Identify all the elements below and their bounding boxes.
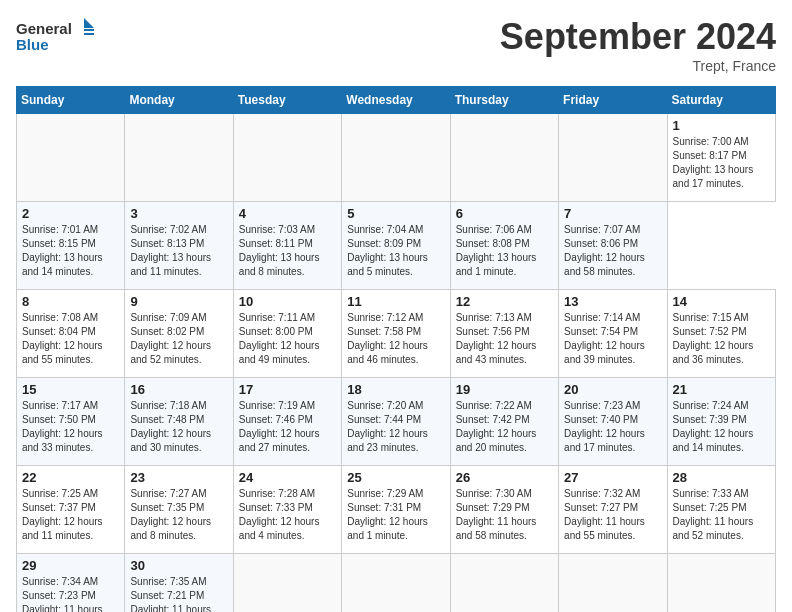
calendar-cell: 17Sunrise: 7:19 AM Sunset: 7:46 PM Dayli… bbox=[233, 378, 341, 466]
day-info: Sunrise: 7:17 AM Sunset: 7:50 PM Dayligh… bbox=[22, 399, 119, 455]
calendar-cell: 21Sunrise: 7:24 AM Sunset: 7:39 PM Dayli… bbox=[667, 378, 775, 466]
calendar-header-friday: Friday bbox=[559, 87, 667, 114]
day-number: 14 bbox=[673, 294, 770, 309]
calendar-header-monday: Monday bbox=[125, 87, 233, 114]
calendar-table: SundayMondayTuesdayWednesdayThursdayFrid… bbox=[16, 86, 776, 612]
day-number: 23 bbox=[130, 470, 227, 485]
svg-text:General: General bbox=[16, 20, 72, 37]
day-number: 10 bbox=[239, 294, 336, 309]
day-number: 20 bbox=[564, 382, 661, 397]
calendar-cell: 2Sunrise: 7:01 AM Sunset: 8:15 PM Daylig… bbox=[17, 202, 125, 290]
calendar-cell bbox=[17, 114, 125, 202]
svg-text:Blue: Blue bbox=[16, 36, 49, 53]
day-info: Sunrise: 7:18 AM Sunset: 7:48 PM Dayligh… bbox=[130, 399, 227, 455]
day-number: 8 bbox=[22, 294, 119, 309]
calendar-cell bbox=[125, 114, 233, 202]
calendar-cell bbox=[342, 114, 450, 202]
day-info: Sunrise: 7:30 AM Sunset: 7:29 PM Dayligh… bbox=[456, 487, 553, 543]
calendar-header-tuesday: Tuesday bbox=[233, 87, 341, 114]
day-number: 2 bbox=[22, 206, 119, 221]
day-number: 19 bbox=[456, 382, 553, 397]
calendar-cell: 30Sunrise: 7:35 AM Sunset: 7:21 PM Dayli… bbox=[125, 554, 233, 613]
day-info: Sunrise: 7:24 AM Sunset: 7:39 PM Dayligh… bbox=[673, 399, 770, 455]
title-area: September 2024 Trept, France bbox=[500, 16, 776, 74]
calendar-week-row: 15Sunrise: 7:17 AM Sunset: 7:50 PM Dayli… bbox=[17, 378, 776, 466]
day-number: 11 bbox=[347, 294, 444, 309]
day-number: 3 bbox=[130, 206, 227, 221]
calendar-header-sunday: Sunday bbox=[17, 87, 125, 114]
day-info: Sunrise: 7:23 AM Sunset: 7:40 PM Dayligh… bbox=[564, 399, 661, 455]
day-info: Sunrise: 7:20 AM Sunset: 7:44 PM Dayligh… bbox=[347, 399, 444, 455]
day-number: 29 bbox=[22, 558, 119, 573]
day-info: Sunrise: 7:29 AM Sunset: 7:31 PM Dayligh… bbox=[347, 487, 444, 543]
day-info: Sunrise: 7:27 AM Sunset: 7:35 PM Dayligh… bbox=[130, 487, 227, 543]
calendar-cell: 26Sunrise: 7:30 AM Sunset: 7:29 PM Dayli… bbox=[450, 466, 558, 554]
calendar-cell: 11Sunrise: 7:12 AM Sunset: 7:58 PM Dayli… bbox=[342, 290, 450, 378]
day-number: 15 bbox=[22, 382, 119, 397]
calendar-header-saturday: Saturday bbox=[667, 87, 775, 114]
day-number: 22 bbox=[22, 470, 119, 485]
day-info: Sunrise: 7:00 AM Sunset: 8:17 PM Dayligh… bbox=[673, 135, 770, 191]
calendar-cell: 1Sunrise: 7:00 AM Sunset: 8:17 PM Daylig… bbox=[667, 114, 775, 202]
calendar-cell bbox=[559, 554, 667, 613]
calendar-cell bbox=[667, 554, 775, 613]
day-number: 12 bbox=[456, 294, 553, 309]
day-info: Sunrise: 7:19 AM Sunset: 7:46 PM Dayligh… bbox=[239, 399, 336, 455]
calendar-cell: 23Sunrise: 7:27 AM Sunset: 7:35 PM Dayli… bbox=[125, 466, 233, 554]
calendar-cell: 29Sunrise: 7:34 AM Sunset: 7:23 PM Dayli… bbox=[17, 554, 125, 613]
calendar-cell: 10Sunrise: 7:11 AM Sunset: 8:00 PM Dayli… bbox=[233, 290, 341, 378]
calendar-cell bbox=[342, 554, 450, 613]
calendar-week-row: 22Sunrise: 7:25 AM Sunset: 7:37 PM Dayli… bbox=[17, 466, 776, 554]
calendar-cell: 15Sunrise: 7:17 AM Sunset: 7:50 PM Dayli… bbox=[17, 378, 125, 466]
day-info: Sunrise: 7:28 AM Sunset: 7:33 PM Dayligh… bbox=[239, 487, 336, 543]
calendar-cell: 16Sunrise: 7:18 AM Sunset: 7:48 PM Dayli… bbox=[125, 378, 233, 466]
calendar-cell bbox=[450, 114, 558, 202]
calendar-cell: 22Sunrise: 7:25 AM Sunset: 7:37 PM Dayli… bbox=[17, 466, 125, 554]
day-info: Sunrise: 7:35 AM Sunset: 7:21 PM Dayligh… bbox=[130, 575, 227, 612]
day-info: Sunrise: 7:15 AM Sunset: 7:52 PM Dayligh… bbox=[673, 311, 770, 367]
day-info: Sunrise: 7:08 AM Sunset: 8:04 PM Dayligh… bbox=[22, 311, 119, 367]
day-info: Sunrise: 7:11 AM Sunset: 8:00 PM Dayligh… bbox=[239, 311, 336, 367]
calendar-cell: 6Sunrise: 7:06 AM Sunset: 8:08 PM Daylig… bbox=[450, 202, 558, 290]
day-info: Sunrise: 7:13 AM Sunset: 7:56 PM Dayligh… bbox=[456, 311, 553, 367]
calendar-cell: 12Sunrise: 7:13 AM Sunset: 7:56 PM Dayli… bbox=[450, 290, 558, 378]
calendar-header-thursday: Thursday bbox=[450, 87, 558, 114]
day-info: Sunrise: 7:12 AM Sunset: 7:58 PM Dayligh… bbox=[347, 311, 444, 367]
calendar-cell: 13Sunrise: 7:14 AM Sunset: 7:54 PM Dayli… bbox=[559, 290, 667, 378]
day-info: Sunrise: 7:02 AM Sunset: 8:13 PM Dayligh… bbox=[130, 223, 227, 279]
day-info: Sunrise: 7:03 AM Sunset: 8:11 PM Dayligh… bbox=[239, 223, 336, 279]
day-info: Sunrise: 7:22 AM Sunset: 7:42 PM Dayligh… bbox=[456, 399, 553, 455]
calendar-cell bbox=[450, 554, 558, 613]
day-info: Sunrise: 7:25 AM Sunset: 7:37 PM Dayligh… bbox=[22, 487, 119, 543]
day-info: Sunrise: 7:07 AM Sunset: 8:06 PM Dayligh… bbox=[564, 223, 661, 279]
calendar-week-row: 1Sunrise: 7:00 AM Sunset: 8:17 PM Daylig… bbox=[17, 114, 776, 202]
day-info: Sunrise: 7:32 AM Sunset: 7:27 PM Dayligh… bbox=[564, 487, 661, 543]
day-info: Sunrise: 7:01 AM Sunset: 8:15 PM Dayligh… bbox=[22, 223, 119, 279]
day-info: Sunrise: 7:14 AM Sunset: 7:54 PM Dayligh… bbox=[564, 311, 661, 367]
page-header: General Blue September 2024 Trept, Franc… bbox=[16, 16, 776, 74]
day-number: 17 bbox=[239, 382, 336, 397]
day-number: 28 bbox=[673, 470, 770, 485]
calendar-cell: 9Sunrise: 7:09 AM Sunset: 8:02 PM Daylig… bbox=[125, 290, 233, 378]
calendar-cell: 20Sunrise: 7:23 AM Sunset: 7:40 PM Dayli… bbox=[559, 378, 667, 466]
calendar-cell: 27Sunrise: 7:32 AM Sunset: 7:27 PM Dayli… bbox=[559, 466, 667, 554]
calendar-cell: 19Sunrise: 7:22 AM Sunset: 7:42 PM Dayli… bbox=[450, 378, 558, 466]
calendar-cell: 24Sunrise: 7:28 AM Sunset: 7:33 PM Dayli… bbox=[233, 466, 341, 554]
calendar-cell bbox=[233, 554, 341, 613]
day-info: Sunrise: 7:09 AM Sunset: 8:02 PM Dayligh… bbox=[130, 311, 227, 367]
calendar-header-row: SundayMondayTuesdayWednesdayThursdayFrid… bbox=[17, 87, 776, 114]
day-number: 24 bbox=[239, 470, 336, 485]
calendar-header-wednesday: Wednesday bbox=[342, 87, 450, 114]
day-number: 4 bbox=[239, 206, 336, 221]
calendar-cell: 8Sunrise: 7:08 AM Sunset: 8:04 PM Daylig… bbox=[17, 290, 125, 378]
day-info: Sunrise: 7:34 AM Sunset: 7:23 PM Dayligh… bbox=[22, 575, 119, 612]
calendar-cell: 28Sunrise: 7:33 AM Sunset: 7:25 PM Dayli… bbox=[667, 466, 775, 554]
calendar-week-row: 2Sunrise: 7:01 AM Sunset: 8:15 PM Daylig… bbox=[17, 202, 776, 290]
day-number: 7 bbox=[564, 206, 661, 221]
calendar-cell: 25Sunrise: 7:29 AM Sunset: 7:31 PM Dayli… bbox=[342, 466, 450, 554]
month-title: September 2024 bbox=[500, 16, 776, 58]
day-number: 18 bbox=[347, 382, 444, 397]
day-number: 13 bbox=[564, 294, 661, 309]
calendar-week-row: 29Sunrise: 7:34 AM Sunset: 7:23 PM Dayli… bbox=[17, 554, 776, 613]
day-info: Sunrise: 7:33 AM Sunset: 7:25 PM Dayligh… bbox=[673, 487, 770, 543]
